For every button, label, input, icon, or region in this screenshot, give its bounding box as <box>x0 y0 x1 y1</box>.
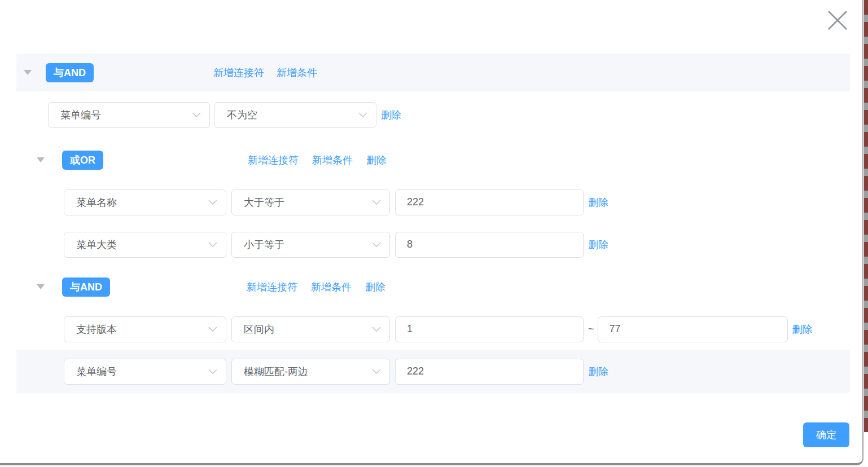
value-input[interactable] <box>395 232 584 258</box>
add-connector-link[interactable]: 新增连接符 <box>213 66 264 80</box>
chevron-down-icon <box>192 112 201 118</box>
chevron-down-icon <box>372 242 381 248</box>
expand-toggle[interactable] <box>37 156 45 164</box>
range-separator: ~ <box>588 323 594 335</box>
chevron-down-icon <box>372 327 381 332</box>
field-select-value: 菜单编号 <box>76 365 117 378</box>
screen-edge-artifact <box>864 0 868 432</box>
condition-row-range: 支持版本 区间内 ~ 删除 <box>0 308 868 350</box>
field-select-value: 菜单名称 <box>76 196 117 209</box>
value-input[interactable] <box>395 359 584 385</box>
delete-condition-link[interactable]: 删除 <box>588 238 608 252</box>
chevron-down-icon <box>208 242 217 248</box>
close-button[interactable] <box>826 9 849 32</box>
chevron-down-icon <box>208 369 217 375</box>
delete-condition-link[interactable]: 删除 <box>381 108 401 122</box>
field-select[interactable]: 菜单编号 <box>48 102 210 128</box>
field-select-value: 支持版本 <box>76 323 117 336</box>
value-input[interactable] <box>395 190 584 215</box>
add-condition-link[interactable]: 新增条件 <box>311 280 352 294</box>
chevron-down-icon <box>372 369 381 375</box>
operator-select-value: 小于等于 <box>244 238 284 252</box>
field-select-value: 菜单大类 <box>76 238 117 252</box>
delete-condition-link[interactable]: 删除 <box>588 196 608 209</box>
connector-badge[interactable]: 与AND <box>62 277 110 297</box>
group-row-and-root: 与AND 新增连接符 新增条件 <box>16 54 850 91</box>
range-from-input[interactable] <box>395 316 584 342</box>
expand-toggle[interactable] <box>24 69 32 77</box>
operator-select-value: 模糊匹配-两边 <box>244 365 308 378</box>
chevron-down-icon <box>372 200 381 205</box>
condition-row: 菜单名称 大于等于 删除 <box>0 181 868 223</box>
operator-select[interactable]: 大于等于 <box>231 190 390 215</box>
add-connector-link[interactable]: 新增连接符 <box>247 280 297 294</box>
confirm-button[interactable]: 确定 <box>803 422 849 447</box>
field-select[interactable]: 菜单编号 <box>64 359 226 385</box>
chevron-down-icon <box>208 200 217 205</box>
operator-select[interactable]: 模糊匹配-两边 <box>231 359 390 385</box>
operator-select-value: 区间内 <box>244 323 274 336</box>
group-row-or: 或OR 新增连接符 新增条件 删除 <box>0 139 868 181</box>
field-select[interactable]: 菜单名称 <box>64 190 226 215</box>
chevron-down-icon <box>208 327 217 332</box>
operator-select[interactable]: 小于等于 <box>231 232 390 258</box>
connector-badge[interactable]: 与AND <box>46 63 94 82</box>
add-connector-link[interactable]: 新增连接符 <box>248 153 299 167</box>
operator-select[interactable]: 区间内 <box>231 316 390 342</box>
field-select[interactable]: 支持版本 <box>64 316 226 342</box>
condition-builder: 与AND 新增连接符 新增条件 菜单编号 不为空 删除 或OR 新增连接符 新增… <box>0 0 868 393</box>
add-condition-link[interactable]: 新增条件 <box>312 153 353 167</box>
chevron-down-icon <box>358 112 367 118</box>
delete-group-link[interactable]: 删除 <box>365 280 385 294</box>
close-icon <box>827 10 848 31</box>
connector-badge[interactable]: 或OR <box>62 151 103 170</box>
field-select-value: 菜单编号 <box>60 108 101 122</box>
caret-down-icon <box>24 70 32 75</box>
delete-condition-link[interactable]: 删除 <box>792 323 813 336</box>
condition-row-highlighted: 菜单编号 模糊匹配-两边 删除 <box>16 350 850 393</box>
operator-select-value: 不为空 <box>227 108 257 122</box>
caret-down-icon <box>37 157 45 162</box>
expand-toggle[interactable] <box>37 283 45 291</box>
add-condition-link[interactable]: 新增条件 <box>277 66 317 80</box>
operator-select-value: 大于等于 <box>244 196 284 209</box>
condition-row: 菜单编号 不为空 删除 <box>0 91 868 139</box>
group-row-and: 与AND 新增连接符 新增条件 删除 <box>0 266 868 308</box>
delete-condition-link[interactable]: 删除 <box>588 365 608 378</box>
range-to-input[interactable] <box>598 316 788 342</box>
operator-select[interactable]: 不为空 <box>214 102 376 128</box>
field-select[interactable]: 菜单大类 <box>64 232 226 258</box>
caret-down-icon <box>37 284 45 289</box>
delete-group-link[interactable]: 删除 <box>366 153 387 167</box>
condition-row: 菜单大类 小于等于 删除 <box>0 223 868 266</box>
